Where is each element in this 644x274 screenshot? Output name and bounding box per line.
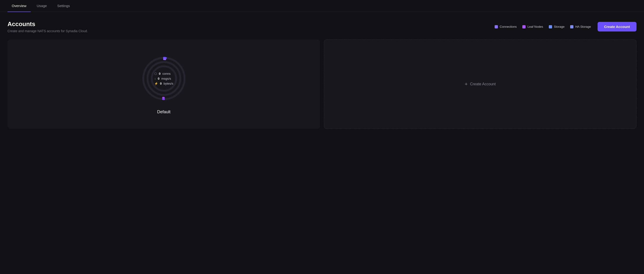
msgs-icon: ↕ (154, 77, 156, 80)
legend-dot-connections (494, 25, 498, 29)
legend-label-storage: Storage (554, 25, 565, 29)
tab-usage[interactable]: Usage (32, 0, 51, 12)
donut-chart: ⬡ 0 conns ↕ 0 msgs/s ⚡ 0 bytes/s (140, 55, 188, 102)
bytes-value: 0 (160, 82, 162, 85)
page-subtitle: Create and manage NATS accounts for Syna… (8, 29, 88, 33)
create-card-inner: + Create Account (464, 81, 496, 87)
create-account-card[interactable]: + Create Account (324, 40, 636, 129)
create-account-button[interactable]: Create Account (598, 22, 636, 32)
plus-icon: + (464, 81, 468, 87)
header-right: Connections Leaf Nodes Storage HA Storag… (494, 22, 636, 32)
conns-icon: ⬡ (154, 72, 157, 75)
msgs-label: msgs/s (161, 77, 171, 80)
legend-dot-ha-storage (570, 25, 574, 29)
legend-label-leaf-nodes: Leaf Nodes (528, 25, 543, 29)
legend-label-connections: Connections (500, 25, 517, 29)
legend-dot-storage (549, 25, 552, 29)
legend-item-storage: Storage (549, 25, 565, 29)
tab-overview[interactable]: Overview (8, 0, 31, 12)
legend-dot-leaf-nodes (522, 25, 526, 29)
legend: Connections Leaf Nodes Storage HA Storag… (494, 25, 591, 29)
legend-item-connections: Connections (494, 25, 517, 29)
msgs-value: 0 (158, 77, 160, 80)
bytes-label: bytes/s (164, 82, 173, 85)
stat-conns: ⬡ 0 conns (154, 72, 170, 75)
stat-msgs: ↕ 0 msgs/s (154, 77, 171, 80)
default-account-card[interactable]: ⬡ 0 conns ↕ 0 msgs/s ⚡ 0 bytes/s (8, 40, 320, 129)
legend-item-leaf-nodes: Leaf Nodes (522, 25, 543, 29)
conns-value: 0 (159, 72, 160, 75)
page-content: Accounts Create and manage NATS accounts… (0, 12, 644, 137)
header-left: Accounts Create and manage NATS accounts… (8, 21, 88, 33)
tab-settings[interactable]: Settings (53, 0, 74, 12)
page-title: Accounts (8, 21, 88, 28)
tabs-nav: Overview Usage Settings (0, 0, 644, 12)
donut-stats: ⬡ 0 conns ↕ 0 msgs/s ⚡ 0 bytes/s (154, 72, 173, 85)
stat-bytes: ⚡ 0 bytes/s (154, 82, 173, 85)
legend-item-ha-storage: HA Storage (570, 25, 591, 29)
legend-label-ha-storage: HA Storage (575, 25, 591, 29)
default-card-label: Default (157, 109, 170, 114)
cards-grid: ⬡ 0 conns ↕ 0 msgs/s ⚡ 0 bytes/s (8, 40, 636, 129)
bytes-icon: ⚡ (154, 82, 158, 85)
conns-label: conns (162, 72, 171, 75)
header-row: Accounts Create and manage NATS accounts… (8, 21, 636, 33)
create-card-label: Create Account (470, 82, 496, 86)
